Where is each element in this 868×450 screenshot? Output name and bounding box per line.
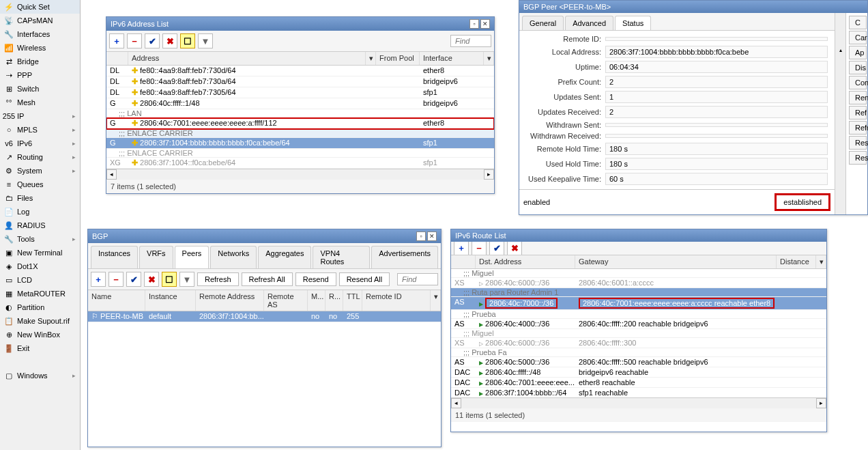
sidebar-item-tools[interactable]: 🔧Tools▸ [0, 232, 80, 246]
enable-button[interactable]: ✔ [489, 242, 504, 255]
col-dropdown-icon[interactable]: ▾ [431, 290, 441, 311]
sidebar-item-wireless[interactable]: 📶Wireless [0, 41, 80, 55]
table-row[interactable]: DAC▶ 2806:3f7:1004:bbbb::/64sfp1 reachab… [451, 388, 826, 397]
scrollbar[interactable]: ◂ ▸ [451, 397, 826, 408]
sidebar-item-new-winbox[interactable]: ⊕New WinBox [0, 328, 80, 341]
titlebar[interactable]: BGP Peer <PEER-to-MB> [519, 1, 867, 13]
tab-advertisements[interactable]: Advertisements [371, 246, 438, 268]
refresh-all-button[interactable]: Refresh All [242, 272, 293, 286]
col-ttl[interactable]: TTL [343, 290, 362, 311]
sidebar-item-metarouter[interactable]: ▦MetaROUTER [0, 287, 80, 300]
sidebar-item-log[interactable]: 📄Log [0, 205, 80, 219]
titlebar[interactable]: BGP ▫ ✕ [88, 229, 441, 243]
titlebar[interactable]: IPv6 Address List ▫ ✕ [106, 17, 494, 31]
sidebar-item-system[interactable]: ⚙System▸ [0, 164, 80, 178]
sidebar-item-blank[interactable] [0, 355, 80, 369]
side-button[interactable]: C [849, 16, 867, 29]
table-row[interactable]: DL✚ fe80::4aa9:8aff:feb7:730d/64ether8 [106, 66, 494, 76]
side-button[interactable]: Com [849, 76, 867, 89]
col-m[interactable]: M... [308, 290, 326, 311]
titlebar[interactable]: IPv6 Route List [451, 229, 826, 242]
sidebar-item-new-terminal[interactable]: ▣New Terminal [0, 246, 80, 259]
table-row[interactable]: XG✚ 2806:3f7:1004::f0ca:bebe/64sfp1 [106, 158, 494, 169]
col-instance[interactable]: Instance [145, 290, 196, 311]
refresh-button[interactable]: Refresh [197, 272, 239, 286]
col-name[interactable]: Name [88, 290, 145, 311]
sidebar-item-interfaces[interactable]: 🔧Interfaces [0, 27, 80, 41]
sidebar-item-bridge[interactable]: ⇄Bridge [0, 55, 80, 68]
side-button[interactable]: Dis [849, 61, 867, 74]
sidebar-item-ipv6[interactable]: v6IPv6▸ [0, 137, 80, 150]
sidebar-item-dot1x[interactable]: ◈Dot1X [0, 259, 80, 273]
scroll-right-icon[interactable]: ▸ [816, 398, 826, 408]
sidebar-item-radius[interactable]: 👤RADIUS [0, 219, 80, 232]
table-row[interactable]: DAC▶ 2806:40c:7001:eeee:eee...ether8 rea… [451, 378, 826, 388]
col-dst[interactable]: Dst. Address [476, 255, 575, 268]
minimize-icon[interactable]: ▫ [416, 231, 426, 241]
table-row[interactable]: DAC▶ 2806:40c:ffff::/48bridgeipv6 reacha… [451, 367, 826, 378]
scrollbar[interactable]: ◂ ▸ [106, 169, 494, 179]
col-dropdown-icon[interactable]: ▾ [816, 255, 826, 268]
table-row[interactable]: G✚ 2806:40c:ffff::1/48bridgeipv6 [106, 98, 494, 109]
table-row[interactable]: XS▷ 2806:40c:6000::/362806:40c:ffff::300 [451, 338, 826, 348]
sidebar-item-files[interactable]: 🗀Files [0, 191, 80, 205]
col-r[interactable]: R... [326, 290, 343, 311]
side-button[interactable]: Ref [849, 106, 867, 119]
comment-button[interactable]: ☐ [162, 272, 177, 287]
col-interface[interactable]: Interface [420, 52, 484, 65]
close-icon[interactable]: ✕ [480, 19, 490, 29]
scroll-left-icon[interactable]: ◂ [451, 398, 461, 408]
tab-vpn4 routes[interactable]: VPN4 Routes [313, 246, 370, 268]
sidebar-item-quick-set[interactable]: ⚡Quick Set [0, 0, 80, 14]
enable-button[interactable]: ✔ [126, 272, 141, 287]
add-button[interactable]: + [91, 272, 106, 287]
table-row[interactable]: AS▶ 2806:40c:4000::/362806:40c:ffff::200… [451, 319, 826, 329]
tab-status[interactable]: Status [615, 16, 651, 30]
table-row[interactable]: ⚐ PEER-to-MBdefault2806:3f7:1004:bb...no… [88, 311, 441, 322]
resend-all-button[interactable]: Resend All [339, 272, 390, 286]
comment-button[interactable]: ☐ [180, 33, 195, 48]
tab-instances[interactable]: Instances [91, 246, 138, 268]
side-button[interactable]: Res [849, 136, 867, 150]
close-icon[interactable]: ✕ [427, 231, 437, 241]
minimize-icon[interactable]: ▫ [469, 19, 479, 29]
tab-aggregates[interactable]: Aggregates [258, 246, 311, 268]
find-input[interactable] [450, 35, 491, 47]
scroll-up-icon[interactable]: ▴ [839, 47, 842, 53]
col-dropdown-icon[interactable]: ▾ [366, 52, 376, 65]
tab-peers[interactable]: Peers [175, 246, 209, 268]
sidebar-item-partition[interactable]: ◐Partition [0, 300, 80, 314]
tab-general[interactable]: General [522, 16, 564, 30]
side-button[interactable]: Refre [849, 121, 867, 135]
resend-button[interactable]: Resend [295, 272, 336, 286]
scroll-left-icon[interactable]: ◂ [106, 169, 117, 180]
side-button[interactable]: Ren [849, 91, 867, 104]
sidebar-item-capsman[interactable]: 📡CAPsMAN [0, 14, 80, 27]
col-frompool[interactable]: From Pool [376, 52, 420, 65]
table-row[interactable]: DL✚ fe80::4aa9:8aff:feb7:730a/64bridgeip… [106, 76, 494, 87]
enable-button[interactable]: ✔ [145, 33, 160, 48]
side-button[interactable]: Ap [849, 46, 867, 59]
remove-button[interactable]: − [472, 242, 487, 255]
table-row[interactable]: AS▶ 2806:40c:7000::/362806:40c:7001:eeee… [451, 297, 826, 310]
side-button[interactable]: Car [849, 31, 867, 44]
sidebar-item-switch[interactable]: ⊞Switch [0, 82, 80, 96]
sidebar-item-ppp[interactable]: ⇢PPP [0, 68, 80, 82]
disable-button[interactable]: ✖ [507, 242, 522, 255]
table-row[interactable]: G✚ 2806:40c:7001:eeee:eeee:eeee:a:ffff/1… [106, 118, 494, 129]
sidebar-item-mpls[interactable]: ○MPLS▸ [0, 123, 80, 137]
table-row[interactable]: G✚ 2806:3f7:1004:bbbb:bbbb:bbbb:f0ca:beb… [106, 138, 494, 149]
side-button[interactable]: Rese [849, 151, 867, 165]
table-row[interactable]: XS▷ 2806:40c:6000::/362806:40c:6001::a:c… [451, 278, 826, 288]
find-input[interactable] [397, 273, 438, 285]
sidebar-item-mesh[interactable]: °°Mesh [0, 96, 80, 109]
tab-advanced[interactable]: Advanced [565, 16, 613, 30]
sidebar-item-lcd[interactable]: ▭LCD [0, 273, 80, 287]
disable-button[interactable]: ✖ [144, 272, 159, 287]
tab-vrfs[interactable]: VRFs [139, 246, 173, 268]
sidebar-item-ip[interactable]: 255IP▸ [0, 109, 80, 123]
sidebar-item-exit[interactable]: 🚪Exit [0, 341, 80, 355]
col-gateway[interactable]: Gateway [575, 255, 777, 268]
remove-button[interactable]: − [108, 272, 124, 287]
scroll-right-icon[interactable]: ▸ [484, 169, 494, 180]
